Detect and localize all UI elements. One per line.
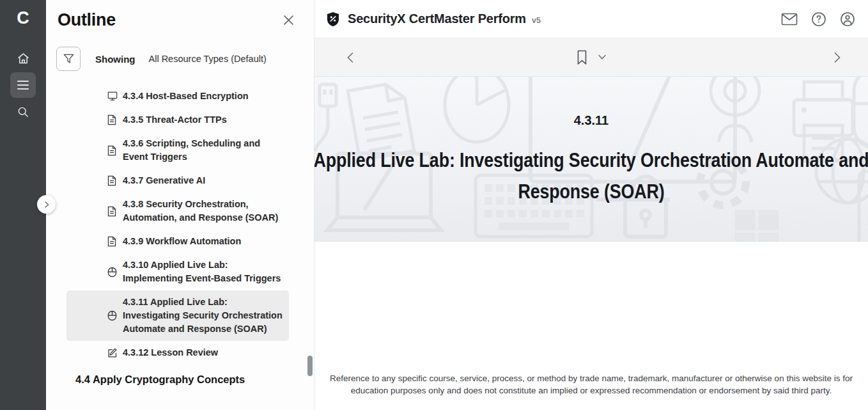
document-icon	[107, 114, 118, 125]
toc-section-4-4[interactable]: 4.4 Apply Cryptography Concepts	[75, 374, 314, 386]
outline-list: 4.3.4 Host-Based Encryption 4.3.5 Threat…	[46, 84, 314, 386]
outline-panel: Outline Showing All Resource Types (Defa…	[46, 0, 314, 410]
rail-search-button[interactable]	[10, 99, 36, 125]
outline-close-button[interactable]	[280, 12, 297, 29]
rail-contents-button[interactable]	[10, 72, 36, 98]
app-version-badge: v5	[532, 16, 541, 25]
bookmark-button[interactable]	[577, 50, 588, 65]
toc-item-4-3-8[interactable]: 4.3.8 Security Orchestration, Automation…	[66, 193, 289, 230]
chevron-right-icon	[43, 201, 50, 209]
lesson-number: 4.3.11	[314, 113, 868, 128]
toc-item-4-3-12[interactable]: 4.3.12 Lesson Review	[66, 341, 289, 365]
mail-icon	[781, 13, 798, 26]
edit-icon	[107, 348, 118, 358]
document-icon	[107, 236, 118, 247]
toc-item-4-3-7[interactable]: 4.3.7 Generative AI	[66, 169, 289, 193]
toc-item-4-3-4[interactable]: 4.3.4 Host-Based Encryption	[66, 84, 289, 108]
showing-label: Showing	[95, 54, 136, 65]
outline-scrollbar-thumb[interactable]	[307, 356, 313, 376]
chevron-down-icon	[598, 54, 607, 60]
filter-value: All Resource Types (Default)	[149, 54, 267, 64]
document-icon	[107, 175, 118, 186]
securityx-shield-icon	[326, 12, 340, 27]
content-header: SecurityX CertMaster Perform v5	[314, 0, 868, 38]
previous-page-button[interactable]	[343, 48, 358, 67]
search-icon	[17, 106, 29, 118]
main-content: SecurityX CertMaster Perform v5	[314, 0, 868, 410]
next-page-button[interactable]	[830, 48, 845, 67]
disclaimer-text: Reference to any specific course, servic…	[325, 373, 857, 397]
app-title: SecurityX CertMaster Perform	[348, 12, 526, 26]
filter-funnel-icon	[63, 54, 74, 64]
document-icon	[107, 145, 118, 156]
lesson-toolbar	[314, 38, 868, 77]
windows-logo-icon	[734, 209, 780, 242]
rail-home-button[interactable]	[10, 45, 36, 71]
document-icon	[107, 206, 118, 217]
toc-item-4-3-5[interactable]: 4.3.5 Threat-Actor TTPs	[66, 108, 289, 132]
toc-item-4-3-11-selected[interactable]: 4.3.11 Applied Live Lab: Investigating S…	[66, 290, 289, 341]
mouse-icon	[107, 310, 118, 321]
lesson-banner: 4.3.11 Applied Live Lab: Investigating S…	[314, 77, 868, 242]
help-icon	[811, 12, 826, 27]
bookmark-icon	[577, 50, 588, 65]
toc-item-4-3-6[interactable]: 4.3.6 Scripting, Scheduling and Event Tr…	[66, 132, 289, 169]
toc-item-4-3-10[interactable]: 4.3.10 Applied Live Lab: Implementing Ev…	[66, 253, 289, 290]
account-icon	[840, 12, 855, 27]
home-icon	[17, 52, 30, 65]
bookmark-menu-button[interactable]	[598, 54, 607, 60]
chevron-right-icon	[833, 52, 841, 63]
outline-title: Outline	[58, 10, 116, 30]
close-icon	[283, 14, 295, 26]
comptia-logo: C	[0, 0, 46, 36]
help-button[interactable]	[810, 10, 828, 28]
mouse-icon	[107, 267, 118, 278]
toc-item-4-3-9[interactable]: 4.3.9 Workflow Automation	[66, 230, 289, 253]
chevron-left-icon	[346, 52, 354, 63]
monitor-icon	[107, 91, 118, 101]
lesson-title: Applied Live Lab: Investigating Security…	[314, 145, 868, 207]
messages-button[interactable]	[780, 12, 799, 27]
menu-icon	[17, 80, 29, 90]
account-button[interactable]	[839, 10, 856, 28]
panel-expand-button[interactable]	[37, 195, 56, 214]
filter-button[interactable]	[56, 47, 81, 71]
